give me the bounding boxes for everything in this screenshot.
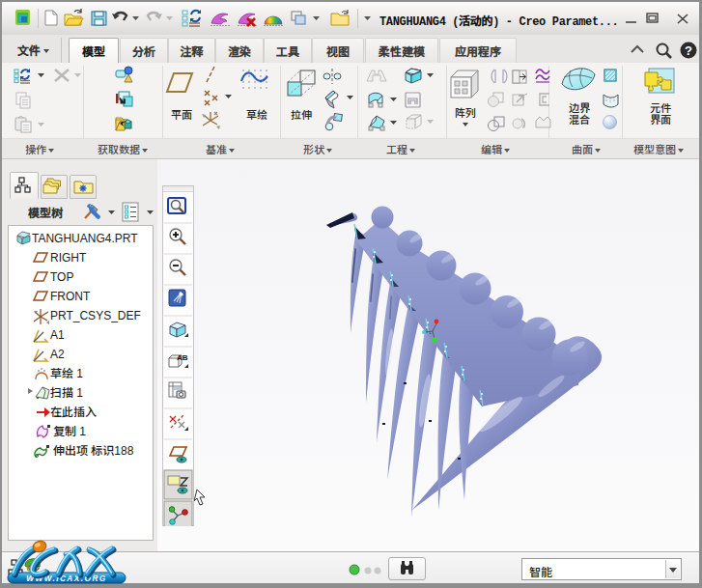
svg-text:?: ? (685, 43, 692, 58)
svg-text:AB: AB (177, 353, 188, 362)
